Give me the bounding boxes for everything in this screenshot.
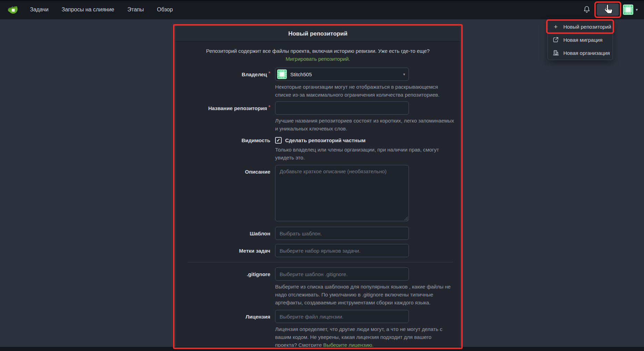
- menu-item-label: Новый репозиторий: [563, 24, 611, 30]
- field-description: Описание: [176, 165, 460, 221]
- field-gitignore: .gitignore Выберите из списка шаблонов д…: [176, 267, 460, 306]
- navbar: Задачи Запросы на слияние Этапы Обзор + …: [0, 0, 644, 19]
- required-marker: *: [269, 104, 270, 110]
- user-menu[interactable]: ▾: [623, 4, 638, 15]
- form-title: Новый репозиторий: [176, 26, 460, 41]
- chevron-down-icon: ▾: [403, 72, 405, 77]
- menu-item-new-migration[interactable]: Новая миграция: [548, 33, 613, 46]
- required-marker: *: [269, 70, 270, 76]
- plus-icon: +: [604, 6, 608, 13]
- description-textarea[interactable]: [275, 165, 409, 221]
- license-help: Лицензия определяет, что другие люди мог…: [275, 325, 454, 349]
- issue-labels-select[interactable]: [275, 244, 409, 257]
- field-owner: Владелец*: [176, 68, 460, 99]
- repo-name-label: Название репозитория*: [176, 101, 275, 133]
- nav-links: Задачи Запросы на слияние Этапы Обзор: [23, 0, 179, 19]
- navbar-right: + ▾ ▾: [583, 3, 638, 16]
- repo-name-help: Лучшие названия репозиториев состоят из …: [275, 117, 454, 133]
- user-avatar: [623, 4, 633, 15]
- private-checkbox[interactable]: ✓: [275, 137, 282, 144]
- gitignore-select[interactable]: [275, 267, 409, 281]
- nav-link-pull-requests[interactable]: Запросы на слияние: [55, 0, 121, 19]
- visibility-help: Только владелец или члены организации, п…: [275, 146, 454, 162]
- owner-select[interactable]: Stitch505 ▾: [275, 68, 409, 81]
- field-repo-name: Название репозитория* Лучшие названия ре…: [176, 101, 460, 133]
- menu-item-new-repository[interactable]: + Новый репозиторий: [548, 20, 613, 33]
- template-select[interactable]: [275, 227, 409, 240]
- nav-link-explore[interactable]: Обзор: [150, 0, 179, 19]
- field-visibility: Видимость ✓ Сделать репозиторий частным …: [176, 137, 460, 162]
- chevron-down-icon: ▾: [636, 7, 638, 12]
- issue-labels-label: Метки задач: [176, 244, 275, 257]
- license-label: Лицензия: [176, 310, 275, 349]
- form-body: Репозиторий содержит все файлы проекта, …: [176, 41, 460, 349]
- form-intro: Репозиторий содержит все файлы проекта, …: [197, 47, 439, 63]
- window-top-edge: [0, 0, 644, 1]
- nav-link-milestones[interactable]: Этапы: [121, 0, 150, 19]
- owner-label: Владелец*: [176, 68, 275, 99]
- migrate-icon: [553, 37, 559, 43]
- repo-name-input[interactable]: [275, 101, 409, 115]
- menu-item-label: Новая миграция: [563, 37, 603, 43]
- intro-text: Репозиторий содержит все файлы проекта, …: [206, 48, 430, 54]
- create-menu-dropdown: + Новый репозиторий Новая миграция Новая…: [547, 19, 613, 60]
- owner-help: Некоторые организации могут не отображат…: [275, 83, 454, 99]
- gitignore-help: Выберите из списка шаблонов для популярн…: [275, 283, 454, 306]
- menu-item-label: Новая организация: [563, 50, 610, 56]
- section-divider: [188, 262, 453, 262]
- owner-selected-value: Stitch505: [290, 71, 312, 77]
- gitignore-label: .gitignore: [176, 267, 275, 306]
- migrate-repository-link[interactable]: Мигрировать репозиторий.: [286, 56, 350, 62]
- gitea-logo-icon[interactable]: [7, 3, 20, 16]
- visibility-label: Видимость: [176, 137, 275, 162]
- plus-icon: +: [553, 23, 559, 30]
- field-license: Лицензия Лицензия определяет, что другие…: [176, 310, 460, 349]
- description-label: Описание: [176, 165, 275, 221]
- chevron-down-icon: ▾: [610, 8, 612, 12]
- license-select[interactable]: [275, 310, 409, 323]
- new-repository-form: Новый репозиторий Репозиторий содержит в…: [176, 26, 460, 351]
- organization-icon: [553, 50, 559, 56]
- field-issue-labels: Метки задач: [176, 244, 460, 257]
- owner-avatar: [277, 69, 287, 79]
- bottom-window-edge: [0, 347, 644, 351]
- private-checkbox-label[interactable]: Сделать репозиторий частным: [285, 137, 365, 143]
- notifications-bell-icon[interactable]: [583, 6, 591, 14]
- field-template: Шаблон: [176, 227, 460, 240]
- menu-item-new-organization[interactable]: Новая организация: [548, 46, 613, 59]
- nav-link-issues[interactable]: Задачи: [23, 0, 55, 19]
- create-new-button[interactable]: + ▾: [597, 3, 619, 16]
- template-label: Шаблон: [176, 227, 275, 240]
- check-icon: ✓: [276, 138, 280, 143]
